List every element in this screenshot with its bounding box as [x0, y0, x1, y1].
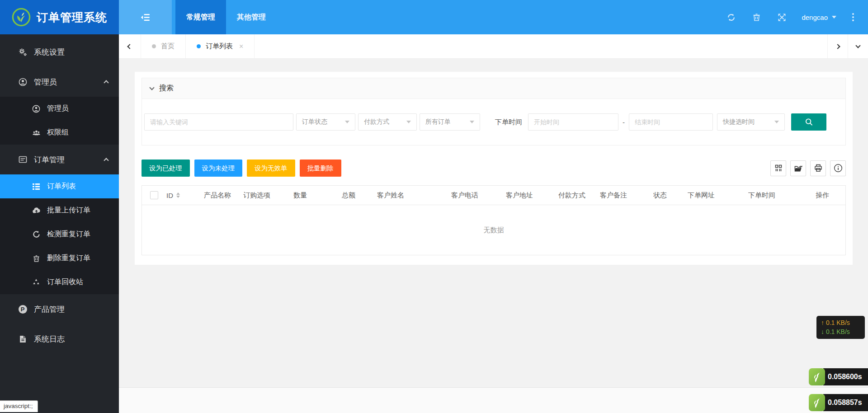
column-header-product-name: 产品名称 — [204, 191, 243, 200]
search-panel-header[interactable]: 搜索 — [142, 78, 845, 99]
users-icon — [32, 129, 41, 136]
select-placeholder: 所有订单 — [425, 118, 451, 126]
start-time-input[interactable] — [528, 113, 618, 131]
sidebar-item-system-log[interactable]: 系统日志 — [0, 324, 119, 354]
export-button[interactable] — [790, 160, 806, 176]
table-empty-state: 无数据 — [142, 205, 845, 255]
caret-down-icon — [345, 121, 349, 126]
sort-icon[interactable] — [176, 192, 180, 198]
column-header-id[interactable]: ID — [166, 192, 204, 199]
debug-timer-value: 0.058600s — [823, 368, 868, 385]
chevron-up-icon — [104, 158, 108, 163]
sidebar-item-detect-duplicates[interactable]: 检测重复订单 — [0, 222, 119, 246]
refresh-button[interactable] — [718, 0, 744, 34]
chevron-right-icon — [835, 44, 840, 49]
sidebar-item-label: 删除重复订单 — [47, 253, 90, 263]
sidebar-item-permission-groups[interactable]: 权限组 — [0, 121, 119, 145]
print-button[interactable] — [810, 160, 826, 176]
select-placeholder: 订单状态 — [302, 118, 327, 126]
search-form: 订单状态 付款方式 所有订单 下单时间 - 快捷选时间 — [142, 99, 845, 145]
column-header-actions: 操作 — [816, 191, 845, 200]
debug-timer-badge[interactable]: 0.058857s — [809, 394, 868, 411]
select-all-checkbox[interactable] — [150, 191, 158, 199]
sidebar-item-system-settings[interactable]: 系统设置 — [0, 37, 119, 67]
sidebar-collapse-button[interactable] — [119, 0, 172, 34]
fullscreen-button[interactable] — [769, 0, 794, 34]
sidebar-item-order-recycle-bin[interactable]: 订单回收站 — [0, 270, 119, 294]
chevron-down-icon — [149, 85, 154, 90]
column-header-customer-address: 客户地址 — [506, 191, 558, 200]
sidebar-item-admin[interactable]: 管理员 — [0, 67, 119, 97]
trash-icon — [32, 255, 41, 262]
search-button[interactable] — [791, 113, 826, 131]
user-circle-icon — [32, 105, 41, 113]
top-nav: 常规管理 其他管理 — [119, 0, 718, 34]
tab-order-list[interactable]: 订单列表 × — [186, 34, 255, 58]
gears-icon — [18, 48, 27, 56]
column-header-order-options: 订购选项 — [243, 191, 293, 200]
tab-label: 首页 — [161, 42, 175, 51]
p-circle-icon — [18, 305, 27, 314]
tab-bar: 首页 订单列表 × — [119, 34, 868, 59]
sidebar-item-order-list[interactable]: 订单列表 — [0, 174, 119, 198]
close-icon[interactable]: × — [239, 42, 243, 51]
sidebar-item-delete-duplicates[interactable]: 删除重复订单 — [0, 246, 119, 270]
order-submenu: 订单列表 批量上传订单 检测重复订单 — [0, 174, 119, 294]
caret-down-icon — [470, 121, 474, 126]
refresh-icon — [32, 230, 41, 238]
form-icon — [18, 156, 27, 163]
nav-item-general[interactable]: 常规管理 — [175, 0, 226, 34]
set-invalid-button[interactable]: 设为无效单 — [247, 160, 295, 177]
select-placeholder: 付款方式 — [364, 118, 389, 126]
debug-timer-badge[interactable]: 0.058600s — [809, 368, 868, 385]
search-panel: 搜索 订单状态 付款方式 所有订单 下单时间 - — [142, 78, 846, 145]
set-processed-button[interactable]: 设为已处理 — [142, 160, 190, 177]
caret-down-icon — [774, 121, 779, 126]
columns-filter-button[interactable] — [770, 160, 786, 176]
user-menu[interactable]: dengcao — [794, 0, 844, 34]
column-label: ID — [166, 192, 173, 199]
batch-delete-button[interactable]: 批量删除 — [300, 160, 341, 177]
order-scope-select[interactable]: 所有订单 — [420, 113, 480, 131]
tabs-menu-button[interactable] — [848, 34, 868, 58]
tab-dot-icon — [197, 44, 201, 48]
sidebar-item-label: 系统设置 — [34, 47, 65, 57]
nav-item-other[interactable]: 其他管理 — [226, 0, 277, 34]
end-time-input[interactable] — [629, 113, 713, 131]
tabs-scroll-left-button[interactable] — [119, 34, 141, 58]
order-status-select[interactable]: 订单状态 — [296, 113, 355, 131]
thinkphp-logo-icon — [809, 368, 825, 385]
clear-cache-button[interactable] — [744, 0, 769, 34]
column-header-customer-note: 客户备注 — [600, 191, 653, 200]
more-menu-button[interactable] — [844, 0, 863, 34]
sidebar-item-label: 权限组 — [47, 128, 69, 137]
sidebar-item-admin-list[interactable]: 管理员 — [0, 97, 119, 121]
trash-icon — [753, 13, 760, 21]
sidebar-item-label: 订单回收站 — [47, 277, 83, 287]
tab-home[interactable]: 首页 — [141, 34, 186, 58]
sidebar-item-batch-upload[interactable]: 批量上传订单 — [0, 198, 119, 222]
sidebar-item-product-management[interactable]: 产品管理 — [0, 294, 119, 324]
app-logo: 订单管理系统 — [0, 0, 119, 34]
keyword-input[interactable] — [144, 113, 293, 131]
list-icon — [32, 183, 41, 190]
download-speed: ↓ 0.1 KB/s — [821, 327, 860, 336]
network-speed-widget: ↑ 0.1 KB/s ↓ 0.1 KB/s — [816, 316, 865, 339]
orders-table: ID 产品名称 订购选项 数量 总额 客户姓名 客户电话 客户地址 付款方式 客… — [142, 185, 846, 255]
header-actions: dengcao — [718, 0, 868, 34]
quick-time-select[interactable]: 快捷选时间 — [717, 113, 785, 131]
tabs-scroll-right-button[interactable] — [827, 34, 848, 58]
sidebar: 系统设置 管理员 — [0, 34, 119, 413]
chevron-up-icon — [104, 80, 108, 85]
caret-down-icon — [406, 121, 411, 126]
set-unprocessed-button[interactable]: 设为未处理 — [194, 160, 243, 177]
tips-button[interactable] — [830, 160, 846, 176]
search-icon — [804, 117, 814, 127]
cloud-upload-icon — [32, 207, 41, 214]
recycle-icon — [32, 278, 41, 286]
sidebar-item-label: 管理员 — [47, 104, 69, 113]
top-header: 订单管理系统 常规管理 其他管理 — [0, 0, 868, 34]
sidebar-item-order-management[interactable]: 订单管理 — [0, 145, 119, 174]
payment-method-select[interactable]: 付款方式 — [358, 113, 417, 131]
document-icon — [18, 335, 27, 343]
